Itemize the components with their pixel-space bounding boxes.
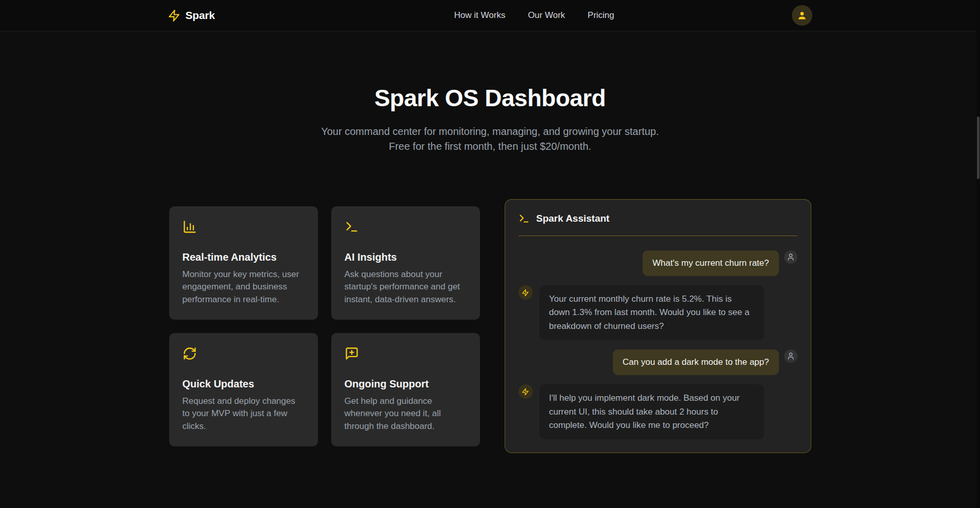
bar-chart-icon [183, 220, 197, 234]
user-avatar [784, 349, 797, 363]
feature-title: Quick Updates [183, 378, 305, 390]
top-nav: Spark How it Works Our Work Pricing [0, 0, 980, 31]
nav-link-pricing[interactable]: Pricing [588, 10, 614, 21]
hero-section: Spark OS Dashboard Your command center f… [0, 31, 980, 154]
spark-assistant-panel: Spark Assistant What's my current churn … [505, 199, 811, 453]
account-avatar-button[interactable] [792, 5, 812, 26]
page-scrollbar-track[interactable] [976, 0, 980, 508]
feature-card-ongoing-support: Ongoing Support Get help and guidance wh… [331, 333, 480, 446]
chat-message-user: Can you add a dark mode to the app? [518, 349, 797, 375]
user-icon [797, 10, 807, 21]
user-avatar [784, 250, 797, 264]
feature-description: Request and deploy changes to your MVP w… [183, 395, 305, 433]
user-message-bubble: Can you add a dark mode to the app? [613, 349, 778, 375]
chat-message-assistant: I'll help you implement dark mode. Based… [518, 384, 797, 439]
nav-container: Spark How it Works Our Work Pricing [168, 5, 813, 26]
assistant-avatar [518, 285, 533, 300]
feature-description: Monitor your key metrics, user engagemen… [183, 268, 305, 306]
feature-card-realtime-analytics: Real-time Analytics Monitor your key met… [169, 206, 318, 320]
nav-link-our-work[interactable]: Our Work [528, 10, 565, 21]
terminal-icon [345, 220, 359, 234]
feature-title: Real-time Analytics [183, 251, 305, 263]
chat-messages: What's my current churn rate? Your curre… [518, 250, 797, 439]
user-message-bubble: What's my current churn rate? [643, 250, 778, 276]
nav-links: How it Works Our Work Pricing [454, 10, 614, 21]
refresh-icon [183, 346, 197, 361]
brand-name: Spark [186, 9, 215, 22]
bolt-icon [522, 388, 529, 396]
message-square-plus-icon [345, 346, 359, 361]
bolt-icon [522, 289, 529, 297]
page-subtitle: Your command center for monitoring, mana… [316, 124, 665, 154]
feature-grid: Real-time Analytics Monitor your key met… [169, 206, 480, 446]
assistant-message-bubble: Your current monthly churn rate is 5.2%.… [539, 285, 764, 340]
terminal-icon [518, 213, 530, 224]
main-content: Real-time Analytics Monitor your key met… [0, 199, 980, 453]
bolt-icon [168, 9, 181, 22]
feature-card-quick-updates: Quick Updates Request and deploy changes… [169, 333, 318, 446]
assistant-panel-title: Spark Assistant [536, 213, 610, 224]
brand-logo[interactable]: Spark [168, 9, 215, 22]
feature-title: Ongoing Support [345, 378, 467, 390]
feature-description: Get help and guidance whenever you need … [345, 395, 467, 433]
feature-card-ai-insights: AI Insights Ask questions about your sta… [331, 206, 480, 320]
feature-title: AI Insights [345, 251, 467, 263]
user-icon [787, 253, 795, 261]
assistant-message-bubble: I'll help you implement dark mode. Based… [539, 384, 764, 439]
feature-description: Ask questions about your startup's perfo… [345, 268, 467, 306]
panel-divider [518, 236, 797, 236]
user-icon [787, 352, 795, 360]
chat-message-assistant: Your current monthly churn rate is 5.2%.… [518, 285, 797, 340]
chat-message-user: What's my current churn rate? [518, 250, 797, 276]
assistant-panel-header: Spark Assistant [518, 213, 797, 224]
assistant-avatar [518, 384, 533, 399]
page-scrollbar-thumb[interactable] [977, 116, 979, 179]
page-title: Spark OS Dashboard [0, 84, 980, 112]
nav-link-how-it-works[interactable]: How it Works [454, 10, 506, 21]
